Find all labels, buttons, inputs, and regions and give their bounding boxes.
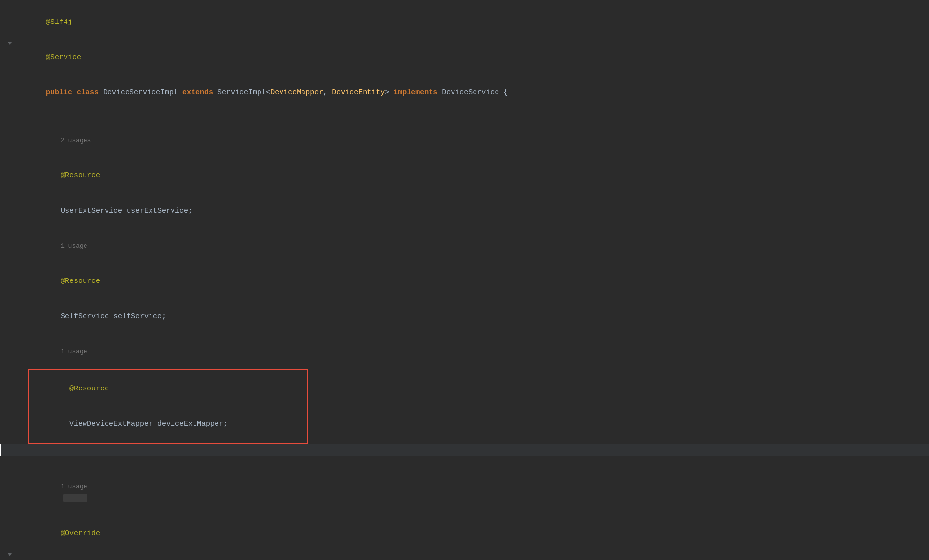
line-content-9: SelfService selfService;	[15, 299, 919, 334]
line-content-2: @Service	[15, 40, 919, 75]
line-usage-1b: 1 usage	[15, 334, 919, 369]
code-line-2: @Service	[0, 40, 929, 75]
code-line-blank-1	[0, 110, 929, 123]
code-line-8: @Resource	[0, 264, 929, 299]
line-usage-1a: 1 usage	[15, 229, 919, 264]
line-content-5: @Resource	[15, 158, 919, 194]
line-content-12: ViewDeviceExtMapper deviceExtMapper;	[15, 407, 919, 442]
line-usage-1c: 1 usage	[15, 469, 919, 516]
tooltip-snippet	[63, 494, 87, 502]
code-line-6: UserExtService userExtService;	[0, 194, 929, 229]
code-line-usage-1b: 1 usage	[0, 334, 929, 369]
line-content-11: @Resource	[15, 371, 919, 407]
gutter-icon-2	[5, 40, 15, 47]
line-content-6: UserExtService userExtService;	[15, 194, 919, 229]
line-content-1: @Slf4j	[15, 5, 919, 40]
line-content-method: public PageResult<DeviceRespDTO> pageUse…	[15, 551, 919, 560]
code-line-method-decl: public PageResult<DeviceRespDTO> pageUse…	[0, 551, 929, 560]
collapse-icon-method	[6, 551, 13, 558]
line-usage-2: 2 usages	[15, 123, 919, 158]
code-line-1: @Slf4j	[0, 5, 929, 40]
code-line-usage-1a: 1 usage	[0, 229, 929, 264]
code-line-blank-2	[0, 456, 929, 469]
code-line-usage-2: 2 usages	[0, 123, 929, 158]
line-content-override: @Override	[15, 516, 919, 551]
code-line-override: @Override	[0, 516, 929, 551]
code-line-12: ViewDeviceExtMapper deviceExtMapper;	[0, 407, 929, 444]
code-line-5: @Resource	[0, 158, 929, 194]
code-line-11: @Resource	[0, 369, 929, 407]
code-line-cursor	[0, 444, 929, 456]
svg-marker-1	[8, 553, 12, 556]
code-line-usage-1c: 1 usage	[0, 469, 929, 516]
red-box-region-1: @Resource ViewDeviceExtMapper deviceExtM…	[0, 369, 929, 444]
collapse-icon-2	[6, 40, 13, 47]
line-content-3: public class DeviceServiceImpl extends S…	[15, 75, 919, 110]
gutter-icon-method	[5, 551, 15, 558]
code-line-9: SelfService selfService;	[0, 299, 929, 334]
svg-marker-0	[8, 42, 12, 45]
code-editor: @Slf4j @Service public class DeviceServi…	[0, 0, 929, 560]
code-line-3: public class DeviceServiceImpl extends S…	[0, 75, 929, 110]
line-content-8: @Resource	[15, 264, 919, 299]
